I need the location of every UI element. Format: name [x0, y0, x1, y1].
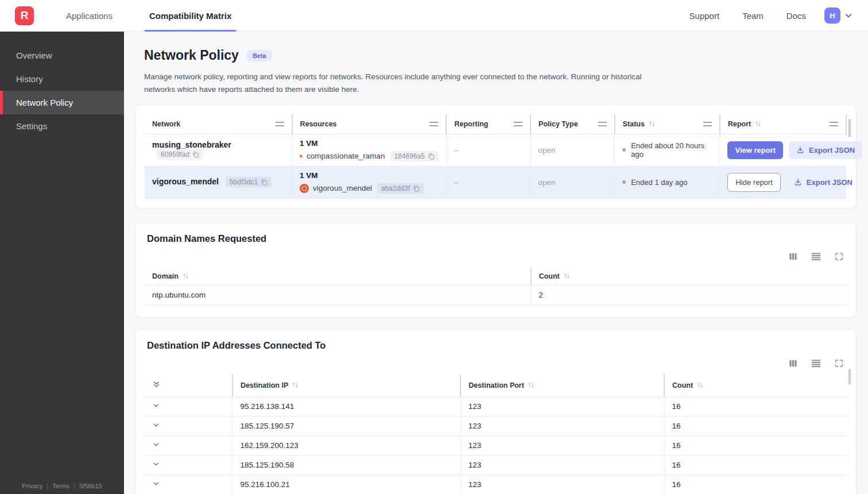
nav-link-docs[interactable]: Docs [786, 11, 806, 21]
expand-all-icon[interactable] [152, 380, 161, 391]
sidebar-item-settings[interactable]: Settings [0, 114, 124, 138]
resource-id-badge[interactable]: 184696a5 [390, 151, 439, 161]
sort-icon[interactable] [528, 381, 535, 389]
status-text: Ended 1 day ago [631, 178, 687, 187]
column-header-domain[interactable]: Domain [152, 272, 179, 280]
expand-row-icon[interactable] [145, 474, 232, 494]
sidebar: Overview History Network Policy Settings… [0, 32, 124, 494]
count-value: 16 [664, 455, 847, 474]
domain-row[interactable]: ntp.ubuntu.com 2 [145, 285, 847, 305]
sidebar-item-overview[interactable]: Overview [0, 44, 124, 67]
nav-link-team[interactable]: Team [742, 11, 764, 21]
column-header-reporting[interactable]: Reporting [454, 120, 488, 128]
drag-handle-icon[interactable] [830, 122, 838, 126]
network-row[interactable]: musing_stonebraker 60959fad 1 VM compass… [145, 134, 846, 166]
status-dot [622, 180, 626, 184]
destination-ip-row[interactable]: 185.125.190.58 123 16 [145, 455, 847, 474]
destination-ip-row[interactable]: 95.216.100.21 123 16 [145, 474, 847, 494]
destination-ip-value: 185.125.190.57 [232, 416, 460, 435]
app-logo[interactable]: R [15, 6, 34, 25]
rows-icon[interactable] [811, 252, 821, 261]
columns-icon[interactable] [789, 359, 797, 368]
column-header-destination-ip[interactable]: Destination IP [241, 381, 288, 389]
destination-ip-value: 162.159.200.123 [232, 435, 460, 455]
vm-count: 1 VM [300, 139, 439, 148]
drag-handle-icon[interactable] [514, 122, 522, 126]
destination-ip-value: 95.216.100.21 [232, 474, 460, 494]
hide-report-button[interactable]: Hide report [727, 173, 780, 192]
drag-handle-icon[interactable] [276, 122, 284, 126]
expand-row-icon[interactable] [145, 435, 232, 455]
terms-link[interactable]: Terms [52, 483, 69, 489]
drag-handle-icon[interactable] [703, 122, 712, 126]
drag-handle-icon[interactable] [429, 122, 438, 126]
page-title: Network Policy [144, 48, 239, 63]
page-description: Manage network policy, reporting and vie… [144, 71, 649, 97]
count-value: 16 [664, 474, 847, 494]
fullscreen-icon[interactable] [835, 359, 843, 368]
avatar[interactable]: H [824, 7, 840, 24]
card-title-domain-names: Domain Names Requested [145, 233, 847, 244]
domain-table: Domain Count ntp.ubuntu.com 2 [145, 268, 847, 306]
column-header-count[interactable]: Count [539, 272, 560, 280]
copy-icon[interactable] [428, 153, 435, 160]
destination-port-value: 123 [460, 396, 664, 416]
rows-icon[interactable] [811, 359, 821, 368]
sort-icon[interactable] [182, 272, 189, 280]
expand-row-icon[interactable] [145, 416, 232, 435]
nav-tab-applications[interactable]: Applications [61, 0, 117, 32]
count-value: 16 [664, 416, 847, 435]
column-header-count[interactable]: Count [672, 381, 693, 389]
count-value: 2 [531, 285, 847, 305]
count-value: 16 [664, 435, 847, 455]
columns-icon[interactable] [789, 252, 797, 261]
copy-icon[interactable] [261, 179, 268, 186]
sort-icon[interactable] [563, 272, 571, 280]
fullscreen-icon[interactable] [835, 252, 843, 261]
resource-name[interactable]: compassionate_raman [307, 152, 385, 160]
export-json-label: Export JSON [807, 178, 852, 187]
column-header-policy-type[interactable]: Policy Type [538, 120, 578, 128]
footer-divider: | [46, 483, 48, 489]
export-json-button[interactable]: Export JSON [786, 173, 860, 191]
sidebar-item-network-policy[interactable]: Network Policy [0, 91, 124, 114]
top-nav: R Applications Compatibility Matrix Supp… [0, 0, 868, 32]
network-id: 60959fad [161, 150, 189, 159]
nav-link-support[interactable]: Support [689, 11, 720, 21]
destination-ip-row[interactable]: 185.125.190.57 123 16 [145, 416, 847, 435]
copy-icon[interactable] [192, 151, 199, 158]
export-json-button[interactable]: Export JSON [789, 141, 862, 159]
network-id-badge[interactable]: 60959fad [157, 149, 203, 160]
chevron-down-icon[interactable] [844, 11, 853, 20]
destination-ip-row[interactable]: 162.159.200.123 123 16 [145, 435, 847, 455]
sort-icon[interactable] [696, 381, 704, 389]
sort-icon[interactable] [648, 120, 656, 128]
resource-name[interactable]: vigorous_mendel [313, 184, 372, 192]
network-id-badge[interactable]: 5bdf3dc1 [226, 177, 272, 187]
status-dot [622, 148, 626, 152]
resource-id-badge[interactable]: aba2dd3f [377, 183, 424, 194]
network-row[interactable]: vigorous_mendel 5bdf3dc1 1 VM vigorous_m… [145, 166, 846, 198]
copy-icon[interactable] [413, 185, 420, 192]
ubuntu-icon [300, 184, 309, 193]
domain-value: ntp.ubuntu.com [145, 285, 531, 305]
drag-handle-icon[interactable] [598, 122, 607, 126]
scrollbar-thumb[interactable] [848, 119, 851, 137]
count-value: 16 [664, 396, 847, 416]
expand-row-icon[interactable] [145, 455, 232, 474]
privacy-link[interactable]: Privacy [22, 483, 42, 489]
column-header-destination-port[interactable]: Destination Port [468, 381, 524, 389]
destination-ip-row[interactable]: 95.216.138.141 123 16 [145, 396, 847, 416]
column-header-resources[interactable]: Resources [300, 120, 337, 128]
expand-row-icon[interactable] [145, 396, 232, 416]
column-header-status[interactable]: Status [623, 120, 645, 128]
sidebar-item-history[interactable]: History [0, 67, 124, 91]
view-report-button[interactable]: View report [727, 141, 783, 159]
column-header-network[interactable]: Network [152, 120, 180, 128]
scrollbar-thumb[interactable] [848, 369, 851, 385]
resource-id: 184696a5 [394, 152, 425, 160]
nav-tab-compatibility-matrix[interactable]: Compatibility Matrix [145, 0, 236, 32]
sort-icon[interactable] [292, 381, 299, 389]
column-header-report[interactable]: Report [728, 120, 751, 128]
sort-icon[interactable] [754, 120, 762, 128]
